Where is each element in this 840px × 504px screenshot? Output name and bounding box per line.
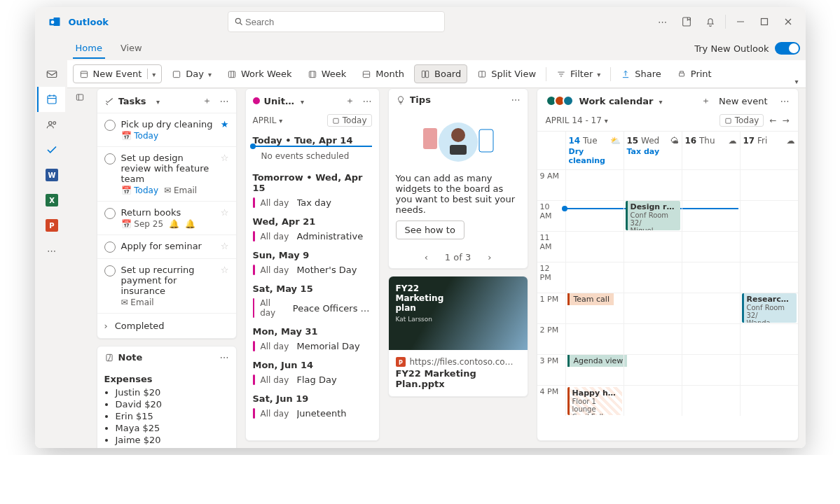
calendar-range[interactable]: APRIL 14 - 17 <box>546 115 602 125</box>
calendar-cell[interactable]: Happy hourFloor 1 loungeCecil Folk <box>565 385 624 416</box>
note-body[interactable]: Expenses Justin $20David $20Erin $15Maya… <box>97 368 236 448</box>
toolbar-expand-icon[interactable] <box>794 76 798 86</box>
chevron-down-icon[interactable] <box>156 96 160 106</box>
task-checkbox[interactable] <box>104 208 116 219</box>
tasks-more-icon[interactable] <box>220 96 229 106</box>
holidays-more-icon[interactable] <box>363 96 372 106</box>
calendar-new-event-button[interactable]: New event <box>719 96 768 106</box>
task-item[interactable]: Pick up dry cleaning📅 Today★ <box>97 113 236 146</box>
app-more-icon[interactable] <box>651 10 675 34</box>
tab-home[interactable]: Home <box>73 38 105 59</box>
chevron-down-icon[interactable] <box>208 69 212 79</box>
event-happy-hour[interactable]: Happy hourFloor 1 loungeCecil Folk <box>567 387 622 415</box>
calendar-cell[interactable] <box>624 231 682 262</box>
tips-next-icon[interactable] <box>488 252 491 262</box>
add-holiday-icon[interactable] <box>345 94 354 107</box>
event-agenda-view[interactable]: Agenda view <box>567 355 628 367</box>
star-icon[interactable]: ☆ <box>221 153 229 195</box>
holiday-event[interactable]: All dayMother's Day <box>246 262 379 279</box>
task-item[interactable]: Set up design review with feature team📅 … <box>97 146 236 201</box>
calendar-cell[interactable] <box>740 169 798 200</box>
print-button[interactable]: Print <box>671 65 717 83</box>
event-research-plan[interactable]: Research planConf Room 32/Wanda Howard <box>742 293 797 323</box>
calendar-cell[interactable] <box>565 323 624 354</box>
calendar-cell[interactable] <box>682 262 740 293</box>
calendar-cell[interactable]: Design reviewConf Room 32/Miguel Garcia <box>624 200 682 231</box>
calendar-cell[interactable] <box>682 323 740 354</box>
day-header[interactable]: 14 Tue⛅Dry cleaning <box>565 132 624 169</box>
board-button[interactable]: Board <box>414 64 467 83</box>
window-maximize-icon[interactable] <box>752 10 776 34</box>
panel-toggle-icon[interactable] <box>71 88 88 441</box>
holiday-event[interactable]: All dayAdministrative <box>246 228 379 246</box>
event-design-review[interactable]: Design reviewConf Room 32/Miguel Garcia <box>626 201 680 230</box>
note-header-icon[interactable] <box>675 10 698 34</box>
calendar-cell[interactable] <box>682 293 740 323</box>
window-minimize-icon[interactable] <box>729 10 752 34</box>
rail-powerpoint-icon[interactable]: P <box>37 213 65 238</box>
chevron-down-icon[interactable] <box>301 96 304 106</box>
work-week-button[interactable]: Work Week <box>221 65 298 83</box>
month-label[interactable]: APRIL <box>253 115 277 125</box>
star-icon[interactable]: ☆ <box>221 207 229 229</box>
tips-more-icon[interactable] <box>511 94 521 105</box>
task-checkbox[interactable] <box>104 153 116 164</box>
calendar-cell[interactable] <box>624 169 682 200</box>
day-header[interactable]: 15 Wed🌤Tax day <box>624 132 682 169</box>
day-header[interactable]: 16 Thu☁ <box>682 132 740 169</box>
notifications-icon[interactable] <box>698 10 722 34</box>
try-new-outlook-toggle[interactable] <box>775 42 800 55</box>
calendar-today-button[interactable]: Today <box>719 114 764 127</box>
week-button[interactable]: Week <box>302 65 352 83</box>
calendar-cell[interactable] <box>682 200 740 231</box>
star-icon[interactable]: ★ <box>221 119 229 141</box>
calendar-cell[interactable] <box>740 200 798 231</box>
calendar-cell[interactable] <box>682 385 740 416</box>
holiday-event[interactable]: All dayJuneteenth <box>246 405 379 423</box>
star-icon[interactable]: ☆ <box>221 265 229 307</box>
task-item[interactable]: Apply for seminar☆ <box>97 234 236 258</box>
day-header[interactable]: 17 Fri☁ <box>740 132 798 169</box>
holiday-event[interactable]: All dayMemorial Day <box>246 338 379 356</box>
calendar-cell[interactable] <box>740 385 798 416</box>
day-view-button[interactable]: Day <box>166 65 217 83</box>
calendar-cell[interactable] <box>740 262 798 293</box>
chevron-down-icon[interactable] <box>597 69 600 79</box>
file-widget[interactable]: FY22 Marketing plan Kat Larsson P https:… <box>388 276 528 397</box>
rail-mail-icon[interactable] <box>37 62 65 87</box>
calendar-cell[interactable] <box>624 354 682 385</box>
holiday-event[interactable]: All dayTax day <box>246 195 379 212</box>
calendar-cell[interactable] <box>682 169 740 200</box>
tab-view[interactable]: View <box>118 38 145 59</box>
calendar-cell[interactable] <box>624 262 682 293</box>
task-checkbox[interactable] <box>104 120 116 131</box>
rail-word-icon[interactable]: W <box>37 162 65 188</box>
calendar-cell[interactable]: Research planConf Room 32/Wanda Howard <box>740 293 798 323</box>
rail-todo-icon[interactable] <box>37 137 65 162</box>
calendar-cell[interactable]: Agenda view <box>565 354 624 385</box>
split-view-button[interactable]: Split View <box>471 65 542 83</box>
today-button[interactable]: Today <box>327 114 372 127</box>
rail-people-icon[interactable] <box>37 112 65 137</box>
chevron-down-icon[interactable] <box>147 69 156 79</box>
calendar-cell[interactable] <box>565 231 624 262</box>
tips-cta-button[interactable]: See how to <box>396 220 464 239</box>
chevron-down-icon[interactable] <box>605 115 608 125</box>
holiday-event[interactable]: All dayFlag Day <box>246 372 379 389</box>
task-checkbox[interactable] <box>104 265 116 276</box>
calendar-cell[interactable] <box>682 231 740 262</box>
calendar-cell[interactable] <box>740 231 798 262</box>
calendar-cell[interactable] <box>740 354 798 385</box>
note-more-icon[interactable] <box>220 352 229 363</box>
task-checkbox[interactable] <box>104 241 116 253</box>
completed-row[interactable]: Completed <box>97 313 236 338</box>
star-icon[interactable]: ☆ <box>221 241 229 253</box>
month-button[interactable]: Month <box>356 65 410 83</box>
filter-button[interactable]: Filter <box>551 65 606 83</box>
rail-calendar-icon[interactable] <box>37 87 65 112</box>
event-team-call[interactable]: Team call <box>567 293 614 305</box>
task-item[interactable]: Set up recurring payment for insurance✉ … <box>97 258 236 313</box>
chevron-down-icon[interactable] <box>659 96 662 106</box>
calendar-more-icon[interactable] <box>780 96 790 106</box>
calendar-prev-icon[interactable]: ← <box>769 115 776 125</box>
